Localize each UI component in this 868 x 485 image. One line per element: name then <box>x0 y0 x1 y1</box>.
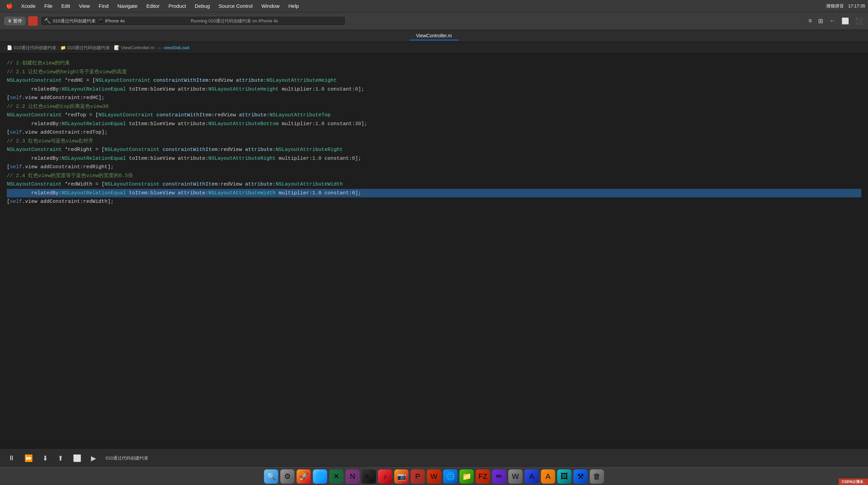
debug-location-btn[interactable]: ▶ <box>88 453 99 464</box>
crumb-sep-3: › <box>155 45 157 50</box>
dock-wps-w[interactable]: W <box>508 469 523 484</box>
menu-file[interactable]: File <box>40 2 57 10</box>
file-tab-title[interactable]: ViewController.m <box>409 32 459 40</box>
menu-navigate[interactable]: Navigate <box>113 2 141 10</box>
code-line: // 2.2 让红色view的top距离蓝色view30 <box>7 102 861 111</box>
pause-label: 暂停 <box>13 18 22 24</box>
code-line: NSLayoutConstraint *redWidth = [NSLayout… <box>7 180 861 189</box>
dock-app-p[interactable]: P <box>411 469 425 484</box>
crumb-file[interactable]: ViewController.m <box>121 45 154 50</box>
device-name: iPhone 4s <box>105 18 125 23</box>
project-name-toolbar: 010通过代码创建约束 <box>53 18 96 24</box>
pause-icon: ⏸ <box>7 18 12 23</box>
crumb-method[interactable]: -viewDidLoad <box>163 45 189 50</box>
toolbar-right-buttons: ≡ ⊞ ← ⬜ ⬛ <box>807 16 864 26</box>
dock-network-app[interactable]: 🌐 <box>443 469 457 484</box>
split-btn[interactable]: ⬜ <box>840 16 850 26</box>
stop-button[interactable] <box>28 16 38 26</box>
dock-system-preferences[interactable]: ⚙ <box>280 469 295 484</box>
dock-xcode2[interactable]: ⚒ <box>573 469 588 484</box>
file-tabbar: ViewController.m <box>0 30 868 42</box>
dock-app-a[interactable]: A <box>525 469 539 484</box>
code-line: [self.view addConstraint:redHC]; <box>7 94 861 102</box>
menu-debug[interactable]: Debug <box>191 2 214 10</box>
code-line: relatedBy:NSLayoutRelationEqual toItem:b… <box>7 154 861 163</box>
pause-button[interactable]: ⏸ 暂停 <box>4 17 25 25</box>
menu-help[interactable]: Help <box>284 2 303 10</box>
code-line: // 2.3 红色view与蓝色view右对齐 <box>7 137 861 146</box>
nav-breadcrumb: › 📄 010通过代码创建约束 › 📁 010通过代码创建约束 › 📝 View… <box>0 42 868 54</box>
dock-music[interactable]: ♪ <box>378 469 392 484</box>
menu-xcode[interactable]: Xcode <box>17 2 40 10</box>
menu-source-control[interactable]: Source Control <box>214 2 257 10</box>
file-icon: 📄 <box>7 45 12 50</box>
run-status: Running 010通过代码创建约束 on iPhone 4s <box>127 18 342 24</box>
crumb-folder[interactable]: 010通过代码创建约束 <box>67 45 110 51</box>
menubar-right: 搜狼拼音 17:17:35 <box>826 3 865 9</box>
clock: 17:17:35 <box>848 3 865 8</box>
menu-edit[interactable]: Edit <box>57 2 74 10</box>
dock-finder[interactable]: 🔍 <box>264 469 278 484</box>
inspector-btn[interactable]: ⬛ <box>854 16 864 26</box>
debug-step-into-btn[interactable]: ⬇ <box>40 453 51 464</box>
run-breadcrumb: 🔨 010通过代码创建约束 📱 iPhone 4s Running 010通过代… <box>40 16 346 26</box>
method-icon: ⬦ <box>158 45 161 50</box>
debug-step-out-btn[interactable]: ⬆ <box>55 453 66 464</box>
dock-onenote[interactable]: N <box>345 469 360 484</box>
code-line: NSLayoutConstraint *redTop = [NSLayoutCo… <box>7 111 861 120</box>
dock-font-app[interactable]: A <box>541 469 555 484</box>
layout-grid-btn[interactable]: ⊞ <box>817 16 825 26</box>
code-line: [self.view addConstraint:redTop]; <box>7 128 861 137</box>
crumb-project[interactable]: 010通过代码创建约束 <box>14 45 56 51</box>
dock-safari[interactable]: 🌐 <box>313 469 327 484</box>
code-line: NSLayoutConstraint *redHC = [NSLayoutCon… <box>7 76 861 85</box>
crumb-sep-2: › <box>111 45 113 50</box>
code-line: relatedBy:NSLayoutRelationEqual toItem:b… <box>7 189 861 198</box>
menu-editor[interactable]: Editor <box>142 2 164 10</box>
debug-view-btn[interactable]: ⬜ <box>70 453 84 464</box>
toolbar: ⏸ 暂停 🔨 010通过代码创建约束 📱 iPhone 4s Running 0… <box>0 12 868 30</box>
bottom-bar-project-label: 010通过代码创建约束 <box>106 455 148 461</box>
crumb-sep-1: › <box>58 45 59 50</box>
debug-pause-btn[interactable]: ⏸ <box>5 453 18 463</box>
dock-photos-app[interactable]: 📷 <box>394 469 409 484</box>
dock-preview[interactable]: 🖼 <box>557 469 571 484</box>
dock-excel[interactable]: ✕ <box>329 469 343 484</box>
dock-brush-app[interactable]: ✏ <box>492 469 506 484</box>
menu-find[interactable]: Find <box>95 2 113 10</box>
code-line: // 2.1 让红色view的height等于蓝色view的高度 <box>7 68 861 77</box>
bottom-bar: ⏸ ⏩ ⬇ ⬆ ⬜ ▶ 010通过代码创建约束 <box>0 448 868 467</box>
code-editor[interactable]: // 2.创建红色view的约束// 2.1 让红色view的height等于蓝… <box>0 54 868 450</box>
folder-icon: 📁 <box>60 45 66 50</box>
main-content: ⏸ 暂停 🔨 010通过代码创建约束 📱 iPhone 4s Running 0… <box>0 12 868 450</box>
menu-view[interactable]: View <box>75 2 94 10</box>
m-file-icon: 📝 <box>114 45 119 50</box>
code-line: [self.view addConstraint:redRight]; <box>7 163 861 172</box>
nav-chevron: › <box>4 45 5 50</box>
menu-product[interactable]: Product <box>164 2 190 10</box>
menubar: 🍎 Xcode File Edit View Find Navigate Edi… <box>0 0 868 12</box>
input-method: 搜狼拼音 <box>826 3 844 9</box>
dock-terminal[interactable]: >_ <box>362 469 376 484</box>
code-line: // 2.创建红色view的约束 <box>7 59 861 68</box>
code-line: // 2.4 红色view的宽度等于蓝色view的宽度的0.5倍 <box>7 172 861 180</box>
layout-list-btn[interactable]: ≡ <box>807 16 813 26</box>
code-line: relatedBy:NSLayoutRelationEqual toItem:b… <box>7 85 861 94</box>
dock-wps[interactable]: W <box>427 469 441 484</box>
dock-launchpad[interactable]: 🚀 <box>297 469 311 484</box>
csdn-watermark: CSDN@清水_ <box>839 479 868 485</box>
dock: 🔍⚙🚀🌐✕N>_♪📷PW🌐📁FZ✏WAA🖼⚒🗑 <box>0 467 868 485</box>
debug-step-over-btn[interactable]: ⏩ <box>22 453 36 464</box>
dock-finder2[interactable]: 📁 <box>459 469 474 484</box>
code-line: NSLayoutConstraint *redRight = [NSLayout… <box>7 146 861 154</box>
apple-menu[interactable]: 🍎 <box>3 3 16 9</box>
menu-window[interactable]: Window <box>257 2 283 10</box>
xcode-icon: 🔨 <box>44 18 51 24</box>
dock-ftp[interactable]: FZ <box>476 469 490 484</box>
dock-trash[interactable]: 🗑 <box>590 469 604 484</box>
code-line: [self.view addConstraint:redWidth]; <box>7 197 861 206</box>
back-btn[interactable]: ← <box>828 16 837 26</box>
code-line: relatedBy:NSLayoutRelationEqual toItem:b… <box>7 120 861 129</box>
device-icon: 📱 <box>98 18 103 23</box>
